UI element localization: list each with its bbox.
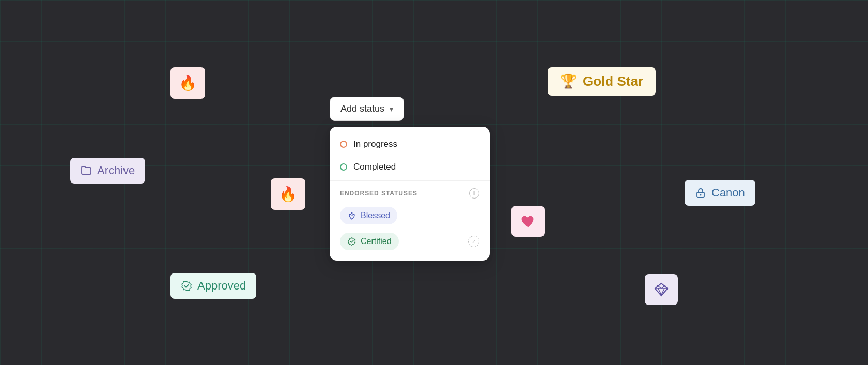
gold-star-badge: 🏆 Gold Star (548, 67, 656, 96)
fire-icon-2: 🔥 (279, 186, 297, 203)
heart-icon (520, 213, 536, 230)
archive-badge: Archive (70, 158, 145, 184)
diamond-card (645, 274, 678, 305)
completed-label: Completed (353, 162, 396, 172)
certified-label: Certified (361, 237, 392, 246)
info-icon[interactable]: i (469, 188, 479, 199)
folder-icon (81, 165, 92, 176)
certified-select-icon[interactable]: ✓ (468, 236, 479, 247)
gold-star-label: Gold Star (583, 73, 643, 89)
lock-icon (695, 187, 706, 199)
completed-dot (340, 163, 347, 171)
in-progress-label: In progress (353, 139, 397, 149)
dropdown-divider (330, 180, 490, 181)
archive-label: Archive (97, 164, 135, 177)
diamond-icon (653, 281, 670, 298)
completed-option[interactable]: Completed (330, 156, 490, 178)
certified-check-icon (347, 237, 357, 246)
heart-card (512, 206, 545, 237)
endorsed-statuses-label: ENDORSED STATUSES (340, 190, 417, 197)
blessed-item[interactable]: Blessed (330, 203, 490, 229)
add-status-button[interactable]: Add status ▾ (330, 97, 404, 121)
approved-badge: Approved (171, 273, 256, 299)
approved-label: Approved (197, 279, 246, 293)
endorsed-statuses-header: ENDORSED STATUSES i (330, 183, 490, 203)
canon-badge: Canon (685, 180, 755, 206)
chevron-down-icon: ▾ (390, 105, 393, 113)
canon-label: Canon (711, 186, 745, 200)
blessed-pill[interactable]: Blessed (340, 207, 397, 224)
check-badge-icon (181, 280, 192, 292)
status-dropdown: In progress Completed ENDORSED STATUSES … (330, 127, 490, 261)
add-status-label: Add status (340, 103, 384, 114)
trophy-icon: 🏆 (560, 73, 577, 89)
in-progress-dot (340, 141, 347, 148)
svg-point-3 (351, 212, 353, 214)
fire-icon-1: 🔥 (179, 74, 197, 92)
certified-item[interactable]: Certified ✓ (330, 229, 490, 254)
fire-card-2: 🔥 (271, 178, 305, 210)
fire-card-1: 🔥 (171, 67, 205, 99)
blessed-label: Blessed (361, 211, 390, 220)
in-progress-option[interactable]: In progress (330, 133, 490, 156)
praying-hands-icon (347, 211, 357, 220)
certified-pill[interactable]: Certified (340, 233, 399, 250)
svg-point-1 (700, 194, 702, 196)
